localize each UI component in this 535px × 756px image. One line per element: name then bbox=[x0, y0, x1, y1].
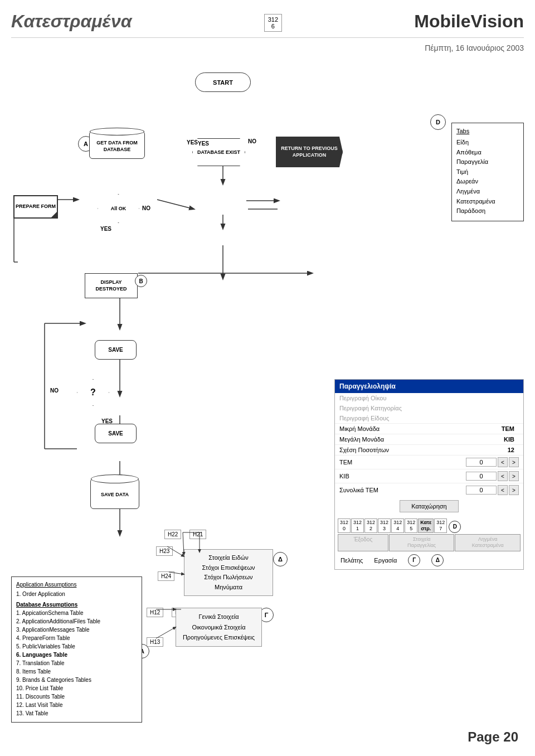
get-data-shape: GET DATA FROM DATABASE bbox=[89, 131, 145, 159]
return-shape: RETURN TO PREVIOUS APPLICATION bbox=[276, 137, 343, 167]
connector-delta-bottom: Δ bbox=[431, 554, 444, 566]
h22-text: H22 bbox=[168, 531, 178, 537]
display-destroyed-shape: DISPLAY DESTROYED bbox=[85, 273, 138, 298]
nav-num-4[interactable]: 3124 bbox=[391, 518, 404, 533]
connector-delta-mid: Δ bbox=[273, 552, 288, 566]
tabs-items: Είδη Απόθεμα Παραγγελία Τιμή Δωρεάν Ληγμ… bbox=[456, 138, 519, 216]
nav-numbers-row: 3120 3121 3122 3123 3124 3125 Κατεστρ. 3… bbox=[338, 518, 521, 533]
ergasia-label: Εργασία bbox=[374, 557, 397, 564]
katagwrisi-button[interactable]: Καταχώρηση bbox=[400, 500, 458, 512]
h13-text: H13 bbox=[150, 639, 160, 645]
tab-item-1: Είδη bbox=[456, 138, 519, 148]
date-line: Πέμπτη, 16 Ιανουάριος 2003 bbox=[11, 43, 524, 52]
kib-less-btn[interactable]: < bbox=[498, 471, 508, 481]
total-less-btn[interactable]: < bbox=[498, 485, 508, 495]
process-genika: Γενικά Στοιχεία bbox=[182, 612, 256, 622]
nav-num-2[interactable]: 3122 bbox=[364, 518, 377, 533]
tab-item-8: Παράδοση bbox=[456, 206, 519, 216]
prepare-form-label: PREPARE FORM bbox=[16, 203, 56, 210]
all-ok-diamond: All OK bbox=[98, 194, 139, 223]
total-more-btn[interactable]: > bbox=[509, 485, 519, 495]
kib-input[interactable] bbox=[466, 472, 497, 481]
h12-text: H12 bbox=[150, 609, 160, 616]
tem-less-btn[interactable]: < bbox=[498, 457, 508, 467]
header-center-bottom: 6 bbox=[271, 23, 275, 30]
db-item-9: 9. Brands & Categories Tables bbox=[16, 676, 137, 684]
svg-line-25 bbox=[156, 627, 176, 638]
db-item-3: 3. ApplicationMessages Table bbox=[16, 626, 137, 634]
tab-item-5: Δωρεάν bbox=[456, 177, 519, 187]
tem-input[interactable] bbox=[466, 458, 497, 467]
h23-label: H23 bbox=[156, 546, 173, 556]
process-box-2: Γενικά Στοιχεία Οικονομικά Στοιχεία Προη… bbox=[176, 608, 262, 647]
db-item-11: 11. Discounts Table bbox=[16, 692, 137, 701]
tem-more-btn[interactable]: > bbox=[509, 457, 519, 467]
connector-gamma-bottom: Γ bbox=[408, 554, 420, 566]
tabs-title: Tabs bbox=[456, 128, 519, 134]
connector-d-label: D bbox=[436, 119, 440, 125]
nav-num-5[interactable]: 3125 bbox=[405, 518, 417, 533]
tem-label: ΤΕΜ bbox=[339, 459, 466, 466]
nav-buttons-row: Έξοδος ΣτοιχείαΠαραγγελίας ΛηγμέναΚατεστ… bbox=[338, 534, 521, 551]
get-data-label: GET DATA FROM DATABASE bbox=[90, 140, 144, 153]
sxesi-label: Σχέση Ποσοτήτων bbox=[339, 447, 508, 453]
h24-label: H24 bbox=[158, 571, 174, 581]
mikri-label: Μικρή Μονάδα bbox=[339, 425, 502, 432]
tem-row: ΤΕΜ < > bbox=[335, 455, 523, 469]
lygmena-btn[interactable]: ΛηγμέναΚατεστραμένα bbox=[455, 534, 521, 551]
kib-input-group: < > bbox=[466, 471, 519, 481]
db-item-7: 7. Translation Table bbox=[16, 659, 137, 667]
cylinder-top bbox=[90, 128, 144, 135]
db-item-1: 1. AppicationSchema Table bbox=[16, 609, 137, 617]
save2-shape: SAVE bbox=[95, 424, 137, 443]
process-box-1: Στοιχεία Ειδών Στόχοι Επισκέψεων Στόχοι … bbox=[184, 549, 273, 596]
h22-label: H22 bbox=[164, 530, 181, 539]
db-exist-label: DATABASE EXIST bbox=[197, 149, 240, 155]
assumptions-title1: Application Assumptions bbox=[16, 581, 137, 588]
tabs-box: Tabs Είδη Απόθεμα Παραγγελία Τιμή Δωρεάν… bbox=[451, 123, 524, 221]
eksodos-btn[interactable]: Έξοδος bbox=[338, 534, 388, 551]
kib-more-btn[interactable]: > bbox=[509, 471, 519, 481]
row-mikri: Μικρή Μονάδα ΤΕΜ bbox=[335, 423, 523, 434]
total-tem-row: Συνολικά ΤΕΜ < > bbox=[335, 483, 523, 497]
megali-label: Μεγάλη Μονάδα bbox=[339, 436, 504, 443]
h21-label: H21 bbox=[189, 530, 206, 539]
bottom-labels-row: Πελάτης Εργασία Γ Δ bbox=[338, 551, 521, 569]
tab-item-7: Κατεστραμένα bbox=[456, 197, 519, 207]
save-data-shape: SAVE DATA bbox=[90, 478, 139, 509]
save-data-label: SAVE DATA bbox=[101, 492, 129, 498]
nav-spec-label[interactable]: Κατεστρ. bbox=[418, 518, 434, 533]
total-tem-input[interactable] bbox=[466, 486, 497, 495]
start-shape: START bbox=[195, 72, 251, 92]
question-diamond: ? bbox=[77, 379, 109, 406]
nav-num-1[interactable]: 3121 bbox=[351, 518, 364, 533]
process-item-3: Στόχοι Πωλήσεων bbox=[190, 573, 267, 583]
header-center-badge: 312 6 bbox=[264, 14, 282, 32]
mikri-value: ΤΕΜ bbox=[502, 425, 519, 432]
save2-label: SAVE bbox=[108, 430, 123, 437]
connector-b-display-label: B bbox=[139, 278, 143, 284]
header-center-top: 312 bbox=[268, 16, 278, 23]
nav-num-3[interactable]: 3123 bbox=[378, 518, 391, 533]
h23-text: H23 bbox=[159, 548, 169, 554]
save-shape: SAVE bbox=[95, 340, 137, 360]
assumptions-title2: Database Assumptions bbox=[16, 600, 137, 609]
yes-label-db: YES bbox=[198, 140, 209, 147]
return-label: RETURN TO PREVIOUS APPLICATION bbox=[276, 146, 342, 158]
prepare-form-shape: PREPARE FORM bbox=[13, 195, 58, 219]
nav-num-7[interactable]: 3127 bbox=[434, 518, 447, 533]
no-label-db: NO bbox=[248, 138, 256, 144]
process-item-2: Στόχοι Επισκέψεων bbox=[190, 563, 267, 573]
header-right-title: MobileVision bbox=[414, 11, 524, 32]
connector-d: D bbox=[430, 114, 446, 130]
row-megali: Μεγάλη Μονάδα ΚΙΒ bbox=[335, 434, 523, 444]
order-panel: Παραγγελιοληψία Περιγραφή Οίκου Περιγραφ… bbox=[334, 379, 524, 570]
nav-num-0[interactable]: 3120 bbox=[338, 518, 351, 533]
process-proig: Προηγούμενες Επισκέψεις bbox=[182, 632, 256, 643]
process-oikonomika: Οικονομικά Στοιχεία bbox=[182, 622, 256, 633]
yes-all-ok: YES bbox=[100, 226, 111, 232]
db-item-2: 2. ApplicationAdditionalFiles Table bbox=[16, 617, 137, 626]
display-destroyed-label: DISPLAY DESTROYED bbox=[85, 279, 137, 292]
stoixeia-btn[interactable]: ΣτοιχείαΠαραγγελίας bbox=[389, 534, 455, 551]
assumption-order: 1. Order Application bbox=[16, 590, 137, 598]
